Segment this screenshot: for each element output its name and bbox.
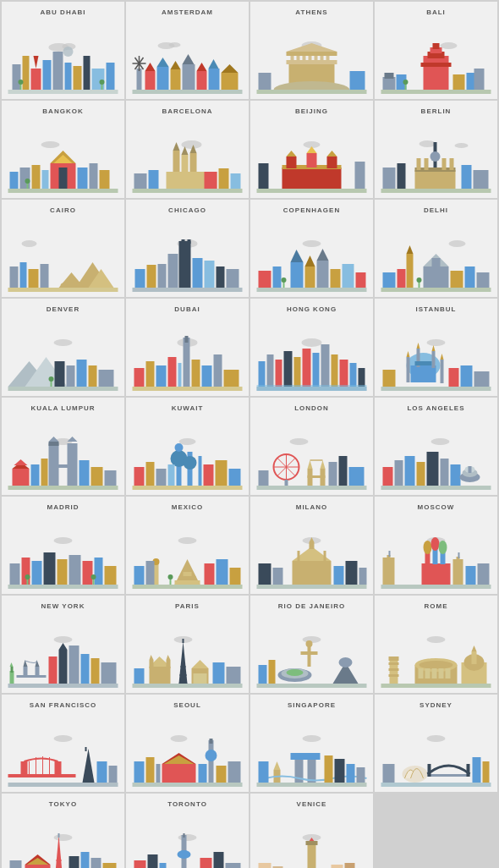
svg-rect-99 [231, 173, 241, 189]
svg-rect-192 [184, 338, 190, 387]
city-card-bali[interactable]: BALI [375, 2, 497, 99]
svg-rect-360 [11, 667, 14, 673]
svg-rect-393 [133, 684, 243, 688]
svg-rect-34 [197, 71, 207, 90]
svg-point-400 [287, 669, 304, 676]
svg-rect-162 [356, 272, 366, 288]
svg-rect-135 [29, 269, 39, 288]
svg-rect-202 [224, 370, 239, 387]
city-card-mexico[interactable]: MEXICO [126, 497, 249, 594]
svg-rect-412 [432, 668, 437, 678]
city-card-athens[interactable]: ATHENS [250, 2, 373, 99]
city-card-berlin[interactable]: BERLIN [375, 101, 497, 198]
svg-point-397 [306, 640, 313, 647]
svg-marker-230 [441, 354, 444, 360]
svg-rect-371 [81, 654, 90, 684]
svg-rect-278 [308, 475, 326, 478]
city-card-kuala-lumpur[interactable]: KUALA LUMPUR [2, 398, 124, 495]
skyline [378, 415, 494, 490]
city-name: TORONTO [167, 800, 207, 808]
skyline [378, 118, 494, 193]
svg-rect-497 [200, 858, 212, 868]
svg-rect-284 [257, 486, 367, 490]
svg-rect-356 [478, 563, 490, 585]
city-card-beijing[interactable]: BEIJING [250, 101, 373, 198]
city-card-rio[interactable]: RIO DE JANEIRO [250, 596, 373, 693]
city-name: LOS ANGELES [407, 404, 464, 412]
svg-marker-35 [197, 63, 207, 71]
svg-rect-79 [32, 165, 41, 189]
city-name: AMSTERDAM [162, 8, 213, 16]
city-card-istanbul[interactable]: ISTANBUL [375, 299, 497, 396]
city-card-los-angeles[interactable]: LOS ANGELES [375, 398, 497, 495]
city-name: ABU DHABI [41, 8, 86, 16]
svg-rect-459 [259, 761, 269, 783]
svg-marker-109 [327, 151, 337, 157]
svg-rect-226 [415, 361, 432, 365]
svg-rect-227 [407, 357, 410, 382]
svg-rect-243 [13, 469, 30, 486]
city-card-paris[interactable]: PARIS [126, 596, 249, 693]
svg-rect-322 [205, 563, 215, 585]
svg-point-346 [431, 537, 440, 551]
svg-rect-8 [65, 63, 72, 90]
svg-point-453 [303, 735, 321, 742]
city-card-abu-dhabi[interactable]: ABU DHABI [2, 2, 124, 99]
city-card-barcelona[interactable]: BARCELONA [126, 101, 249, 198]
svg-marker-33 [183, 54, 195, 64]
svg-rect-209 [294, 357, 301, 387]
svg-rect-329 [293, 561, 332, 585]
svg-rect-234 [474, 371, 490, 387]
svg-rect-370 [69, 646, 80, 684]
city-card-denver[interactable]: DENVER [2, 299, 124, 396]
city-card-venice[interactable]: VENICE [250, 794, 373, 868]
city-card-kuwait[interactable]: KUWAIT [126, 398, 249, 495]
svg-rect-28 [157, 67, 169, 90]
svg-rect-2 [13, 64, 21, 90]
city-card-toronto[interactable]: TORONTO [126, 794, 249, 868]
city-card-moscow[interactable]: MOSCOW [375, 497, 497, 594]
city-card-new-york[interactable]: NEW YORK [2, 596, 124, 693]
city-card-hong-kong[interactable]: HONG KONG [250, 299, 373, 396]
city-card-chicago[interactable]: CHICAGO [126, 200, 249, 297]
city-card-sydney[interactable]: SYDNEY [375, 695, 497, 792]
city-card-amsterdam[interactable]: AMSTERDAM [126, 2, 249, 99]
svg-rect-242 [58, 464, 69, 468]
city-card-bangkok[interactable]: BANGKOK [2, 101, 124, 198]
svg-rect-247 [41, 459, 48, 486]
svg-rect-316 [179, 576, 196, 580]
svg-rect-435 [85, 747, 87, 751]
svg-rect-83 [100, 170, 110, 189]
skyline [378, 316, 494, 391]
svg-rect-76 [59, 168, 68, 189]
city-card-london[interactable]: LONDON [250, 398, 373, 495]
city-card-rome[interactable]: ROME [375, 596, 497, 693]
city-card-delhi[interactable]: DELHI [375, 200, 497, 297]
svg-point-358 [54, 636, 73, 643]
city-card-madrid[interactable]: MADRID [2, 497, 124, 594]
svg-rect-281 [339, 456, 348, 486]
city-card-cairo[interactable]: CAIRO [2, 200, 124, 297]
city-name: LONDON [294, 404, 329, 412]
svg-rect-259 [134, 467, 145, 486]
city-card-dubai[interactable]: DUBAI [126, 299, 249, 396]
city-card-singapore[interactable]: SINGAPORE [250, 695, 373, 792]
city-card-tokyo[interactable]: TOKYO [2, 794, 124, 868]
svg-rect-126 [474, 170, 489, 189]
city-name: KUALA LUMPUR [30, 404, 95, 412]
skyline [5, 712, 121, 787]
city-card-milano[interactable]: MILANO [250, 497, 373, 594]
svg-marker-89 [173, 142, 180, 151]
svg-rect-194 [134, 368, 145, 387]
svg-rect-11 [84, 56, 90, 90]
svg-rect-445 [210, 739, 213, 744]
city-card-seoul[interactable]: SEOUL [126, 695, 249, 792]
city-card-copenhagen[interactable]: COPENHAGEN [250, 200, 373, 297]
svg-point-344 [424, 541, 432, 554]
svg-rect-336 [273, 568, 283, 585]
city-card-san-francisco[interactable]: SAN FRANCISCO [2, 695, 124, 792]
svg-point-180 [54, 339, 73, 346]
svg-point-298 [54, 537, 73, 544]
svg-marker-225 [432, 345, 436, 351]
svg-rect-359 [10, 671, 14, 684]
